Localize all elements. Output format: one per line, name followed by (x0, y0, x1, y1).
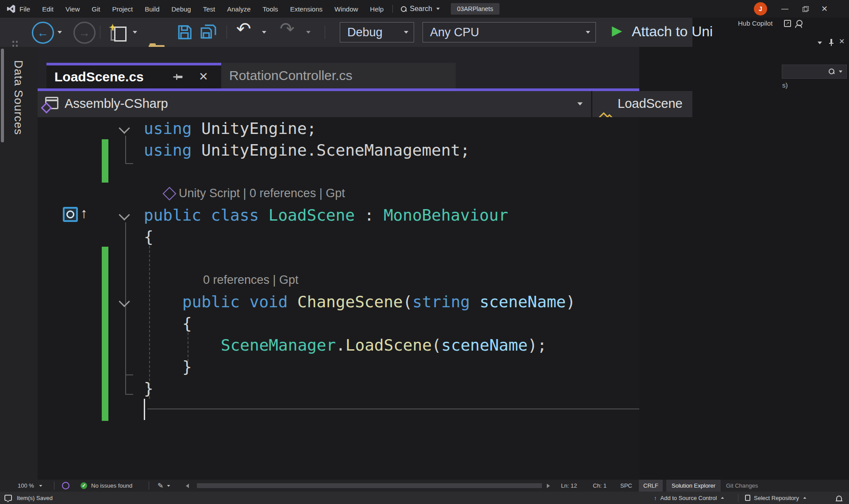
tab-loadscene-cs[interactable]: LoadScene.cs✕ (46, 63, 221, 88)
sidebar-scrollbar[interactable] (1, 49, 4, 142)
feedback-icon[interactable] (62, 480, 69, 492)
issues-label: No issues found (91, 482, 132, 489)
menu-test[interactable]: Test (203, 5, 215, 13)
configuration-combo[interactable]: Debug (340, 22, 414, 42)
panel-pin-icon[interactable] (828, 39, 834, 46)
scroll-left-icon[interactable] (186, 480, 189, 492)
redo-icon[interactable]: ↷ (280, 19, 295, 39)
chevron-down-icon (404, 31, 408, 34)
new-file-icon[interactable]: ✦ (109, 23, 127, 41)
left-sidebar: Data Sources (0, 47, 38, 480)
navbar-separator (591, 91, 592, 117)
select-repo-label: Select Repository (754, 495, 799, 501)
notifications-bell-icon[interactable] (836, 492, 842, 504)
health-indicator[interactable]: ✓ No issues found (81, 480, 132, 492)
select-repository-button[interactable]: Select Repository (745, 492, 807, 504)
panel-search-chevron-icon (839, 71, 842, 73)
project-dropdown[interactable]: Assembly-CSharp (65, 96, 168, 111)
search-icon (401, 6, 406, 11)
horizontal-scrollbar[interactable] (197, 483, 542, 488)
menu-file[interactable]: File (19, 5, 30, 13)
solution-search-input[interactable] (782, 65, 847, 79)
chevron-up-icon (803, 497, 806, 499)
tab-label: LoadScene.cs (54, 69, 144, 84)
chevron-up-icon (721, 497, 724, 499)
arrow-up-icon: ↑ (654, 495, 657, 501)
panel-chevron-down-icon[interactable] (818, 42, 822, 44)
project-badge[interactable]: 03ARPlanets (451, 3, 499, 15)
attach-to-unity-button[interactable]: Attach to Uni (632, 23, 713, 40)
undo-icon[interactable]: ↶ (236, 19, 251, 39)
menu-tools[interactable]: Tools (263, 5, 278, 13)
menu-view[interactable]: View (65, 5, 80, 13)
solution-text-tail: s) (782, 81, 788, 89)
line-ending-indicator[interactable]: CRLF (639, 480, 663, 492)
menu-git[interactable]: Git (92, 5, 100, 13)
data-sources-tab[interactable]: Data Sources (12, 60, 25, 135)
navigate-back-icon[interactable]: ← (32, 22, 54, 44)
status-separator (149, 481, 149, 490)
save-all-icon[interactable] (200, 24, 217, 41)
avatar[interactable]: J (754, 2, 767, 15)
code-editor-surface[interactable] (38, 117, 639, 480)
platform-value: Any CPU (430, 26, 479, 39)
column-indicator[interactable]: Ch: 1 (593, 480, 607, 492)
status-separator (738, 494, 738, 502)
save-icon[interactable] (176, 24, 193, 41)
platform-combo[interactable]: Any CPU (423, 22, 596, 42)
menu-separator (392, 5, 393, 13)
tooltab-solution-explorer[interactable]: Solution Explorer (666, 480, 721, 492)
navigate-forward-icon[interactable]: → (73, 22, 96, 44)
menu-analyze[interactable]: Analyze (227, 5, 250, 13)
play-icon[interactable]: ▶ (612, 23, 622, 38)
chevron-down-icon (39, 485, 42, 486)
add-to-source-control-button[interactable]: ↑ Add to Source Control (654, 492, 725, 504)
main-status-bar: Item(s) Saved ↑ Add to Source Control Se… (0, 492, 849, 504)
menu-build[interactable]: Build (145, 5, 159, 13)
toolbar-separator (227, 26, 227, 39)
feedback-message-icon[interactable] (4, 492, 12, 504)
panel-search-icon (829, 69, 834, 74)
repository-icon (745, 495, 750, 501)
search-button[interactable]: Search (401, 5, 440, 13)
csharp-project-icon (44, 97, 60, 111)
menu-project[interactable]: Project (112, 5, 133, 13)
pin-icon[interactable] (173, 73, 183, 81)
scroll-right-icon[interactable] (547, 480, 550, 492)
close-icon[interactable]: ✕ (821, 4, 828, 14)
menu-edit[interactable]: Edit (42, 5, 54, 13)
back-dropdown-icon[interactable] (58, 31, 62, 34)
panel-close-icon[interactable]: ✕ (839, 37, 845, 46)
tab-rotationcontroller-cs[interactable]: RotationController.cs (221, 63, 456, 88)
check-circle-icon: ✓ (81, 482, 87, 489)
editor-status-bar: 100 % ✓ No issues found ✎ Ln: 12 Ch: 1 S… (0, 480, 849, 492)
tab-label: RotationController.cs (229, 68, 352, 83)
tooltab-git-changes[interactable]: Git Changes (721, 480, 763, 492)
undo-dropdown-icon[interactable] (262, 31, 266, 34)
share-icon[interactable]: ↗ (784, 20, 791, 27)
chevron-down-icon (436, 8, 440, 10)
new-file-dropdown-icon[interactable] (133, 31, 137, 34)
toolbar: ← → ✦ ↶ ↷ Debug Any CPU (0, 18, 692, 47)
menu-bar: FileEditViewGitProjectBuildDebugTestAnal… (19, 5, 384, 13)
visual-studio-logo-icon (6, 4, 16, 14)
menu-debug[interactable]: Debug (172, 5, 191, 13)
visual-studio-window: FileEditViewGitProjectBuildDebugTestAnal… (0, 0, 849, 504)
restore-icon[interactable] (803, 6, 808, 11)
add-to-source-label: Add to Source Control (661, 495, 717, 501)
copilot-label[interactable]: Hub Copilot (738, 19, 772, 27)
tab-close-icon[interactable]: ✕ (199, 70, 208, 84)
spaces-indicator[interactable]: SPC (620, 480, 632, 492)
person-shoulders-icon (795, 25, 802, 28)
menu-window[interactable]: Window (334, 5, 358, 13)
code-cleanup-button[interactable]: ✎ (158, 480, 171, 492)
menu-extensions[interactable]: Extensions (290, 5, 323, 13)
project-dropdown-chevron-icon[interactable] (577, 102, 583, 105)
zoom-level-dropdown[interactable]: 100 % (18, 480, 43, 492)
redo-dropdown-icon[interactable] (306, 31, 311, 34)
menu-help[interactable]: Help (370, 5, 384, 13)
type-dropdown[interactable]: LoadScene (618, 96, 683, 111)
line-indicator[interactable]: Ln: 12 (561, 480, 577, 492)
toolbar-separator (325, 26, 325, 39)
minimize-icon[interactable]: — (781, 5, 788, 13)
